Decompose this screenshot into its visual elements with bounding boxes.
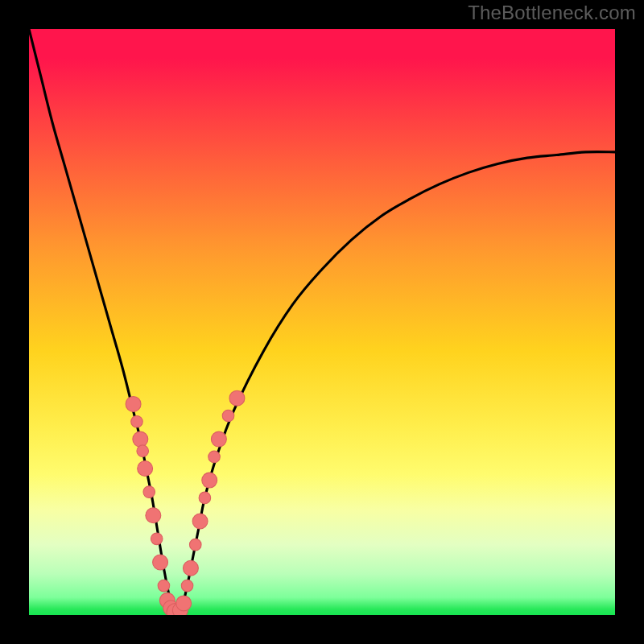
scatter-point [192, 514, 208, 529]
scatter-point [138, 461, 153, 477]
scatter-point [137, 445, 149, 457]
scatter-point [133, 431, 148, 447]
scatter-point [189, 539, 201, 551]
scatter-point [222, 410, 234, 422]
scatter-point [143, 486, 155, 498]
chart-frame: TheBottleneck.com [0, 0, 644, 644]
scatter-point [126, 396, 141, 411]
scatter-point [183, 560, 198, 576]
scatter-point [199, 492, 211, 504]
scatter-point [211, 431, 226, 447]
bottleneck-curve [29, 29, 615, 615]
scatter-point [181, 580, 193, 592]
scatter-point [153, 555, 168, 570]
plot-area [29, 29, 615, 615]
watermark-label: TheBottleneck.com [468, 2, 636, 24]
curve-layer [29, 29, 615, 615]
scatter-point [208, 451, 221, 463]
scatter-point [202, 473, 217, 488]
scatter-point [176, 596, 192, 611]
scatter-point [131, 415, 143, 427]
scatter-point [229, 390, 245, 406]
scatter-point [158, 580, 170, 592]
scatter-point [151, 533, 163, 545]
scatter-point [146, 508, 161, 523]
